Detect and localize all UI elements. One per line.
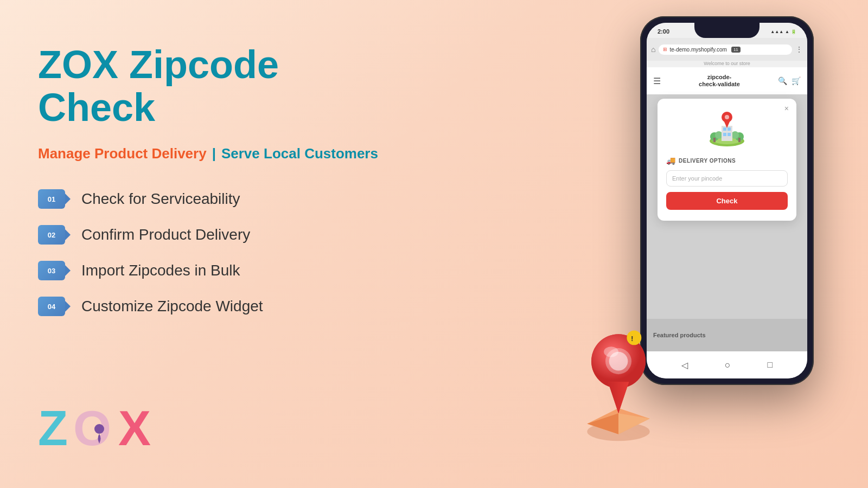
- feature-item-3: 03 Import Zipcodes in Bulk: [38, 261, 391, 280]
- phone-notch: [694, 23, 760, 38]
- feature-badge-3: 03: [38, 261, 65, 280]
- title-line2: Check: [38, 86, 155, 129]
- feature-badge-text-1: 01: [48, 195, 55, 203]
- menu-icon[interactable]: ☰: [653, 76, 661, 86]
- cart-icon[interactable]: 🛒: [792, 76, 801, 85]
- store-welcome-text: Welcome to our store: [647, 61, 807, 66]
- svg-point-12: [609, 352, 628, 371]
- subtitle-row: Manage Product Delivery | Serve Local Cu…: [38, 145, 391, 162]
- store-title: zipcode-check-validate: [699, 74, 740, 88]
- features-list: 01 Check for Serviceability 02 Confirm P…: [38, 189, 391, 316]
- browser-url-bar[interactable]: ⊞ te-demo.myshopify.com 11: [659, 44, 792, 55]
- feature-badge-text-3: 03: [48, 267, 55, 275]
- feature-label-1: Check for Serviceability: [81, 190, 240, 208]
- search-icon[interactable]: 🔍: [778, 76, 787, 85]
- svg-text:!: !: [631, 335, 633, 343]
- browser-home-icon[interactable]: ⌂: [651, 45, 655, 54]
- app-title: ZOX Zipcode Check: [38, 43, 391, 129]
- svg-point-22: [731, 131, 739, 139]
- store-action-icons: 🔍 🛒: [778, 76, 801, 85]
- feature-item-2: 02 Confirm Product Delivery: [38, 225, 391, 245]
- svg-rect-18: [713, 138, 716, 142]
- svg-point-13: [627, 330, 641, 345]
- nav-home-button[interactable]: ○: [725, 359, 731, 371]
- feature-item-4: 04 Customize Zipcode Widget: [38, 297, 391, 316]
- svg-point-2: [94, 424, 104, 434]
- browser-actions: ⋮: [795, 45, 803, 54]
- subtitle-serve: Serve Local Customers: [221, 145, 378, 162]
- svg-rect-25: [727, 127, 731, 131]
- store-header: ☰ zipcode-check-validate 🔍 🛒: [647, 67, 807, 94]
- svg-rect-26: [723, 133, 726, 136]
- svg-text:Z: Z: [38, 401, 68, 453]
- modal-close-button[interactable]: ×: [784, 104, 789, 113]
- svg-text:X: X: [118, 401, 151, 453]
- more-options-icon[interactable]: ⋮: [795, 45, 803, 54]
- url-text: te-demo.myshopify.com: [669, 47, 726, 53]
- pincode-placeholder: Enter your pincode: [672, 175, 722, 182]
- feature-label-3: Import Zipcodes in Bulk: [81, 262, 240, 279]
- nav-back-button[interactable]: ◁: [681, 360, 688, 370]
- svg-rect-20: [738, 138, 741, 142]
- svg-rect-24: [723, 127, 726, 131]
- feature-label-2: Confirm Product Delivery: [81, 226, 250, 243]
- feature-label-4: Customize Zipcode Widget: [81, 298, 263, 315]
- logo-container: Z O X: [38, 399, 157, 455]
- status-time: 2:00: [658, 28, 669, 35]
- delivery-options-label: DELIVERY OPTIONS: [679, 158, 736, 164]
- svg-rect-27: [727, 133, 731, 136]
- modal-map-icon: [666, 110, 788, 150]
- svg-point-29: [725, 115, 729, 119]
- subtitle-divider: |: [212, 145, 216, 162]
- tab-count: 11: [731, 47, 741, 53]
- pincode-input-display[interactable]: Enter your pincode: [666, 170, 788, 187]
- feature-badge-2: 02: [38, 225, 65, 245]
- feature-badge-text-4: 04: [48, 303, 55, 311]
- svg-point-21: [715, 131, 723, 139]
- svg-text:O: O: [73, 401, 111, 453]
- feature-badge-text-2: 02: [48, 231, 55, 239]
- truck-icon: 🚚: [666, 156, 675, 165]
- wifi-icon: ▲: [785, 29, 789, 34]
- signal-icon: ▲▲▲: [770, 29, 783, 34]
- title-line1: ZOX Zipcode: [38, 43, 279, 86]
- browser-bar[interactable]: ⌂ ⊞ te-demo.myshopify.com 11 ⋮: [647, 38, 807, 61]
- subtitle-manage: Manage Product Delivery: [38, 145, 207, 162]
- check-button[interactable]: Check: [666, 192, 788, 210]
- delivery-options-row: 🚚 DELIVERY OPTIONS: [666, 156, 788, 165]
- url-favicon: ⊞: [663, 47, 667, 52]
- nav-recent-button[interactable]: □: [767, 360, 773, 370]
- status-icons: ▲▲▲ ▲ 🔋: [770, 29, 796, 34]
- feature-badge-1: 01: [38, 189, 65, 209]
- battery-icon: 🔋: [791, 29, 796, 34]
- feature-badge-4: 04: [38, 297, 65, 316]
- feature-item-1: 01 Check for Serviceability: [38, 189, 391, 209]
- zipcode-modal: ×: [658, 99, 796, 221]
- zox-logo-svg: Z O X: [38, 399, 157, 453]
- location-pin-decoration: !: [570, 309, 678, 461]
- left-panel: ZOX Zipcode Check Manage Product Deliver…: [38, 43, 391, 349]
